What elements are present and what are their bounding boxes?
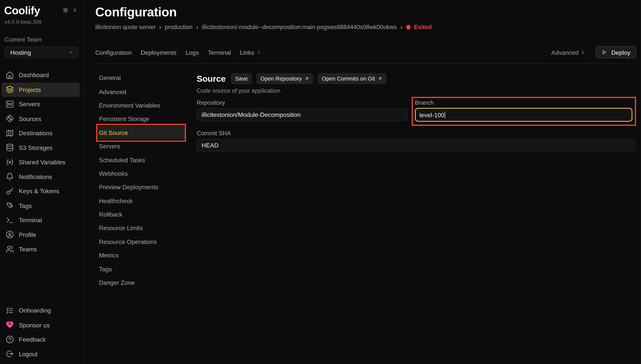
config-subnav: General Advanced Environment Variables P… [95,71,197,289]
deploy-button[interactable]: Deploy [596,46,636,58]
chevron-right-icon: › [400,24,402,30]
commit-sha-input[interactable]: HEAD [197,139,636,152]
tab-logs[interactable]: Logs [186,49,199,56]
open-commits-button[interactable]: Open Commits on Git [318,73,386,84]
subnav-item-environment-variables[interactable]: Environment Variables [95,98,197,112]
team-select-value: Hosting [10,49,68,56]
sidebar-item-label: Servers [19,101,40,108]
sidebar-item-keys-tokens[interactable]: Keys & Tokens [2,184,80,198]
subnav-item-advanced[interactable]: Advanced [95,85,197,98]
sidebar-item-label: Shared Variables [19,159,65,166]
sidebar-item-label: Tags [19,202,32,209]
tab-configuration[interactable]: Configuration [95,49,132,56]
subnav-item-healthcheck[interactable]: Healthcheck [95,194,197,208]
user-circle-icon [6,230,14,238]
open-repository-label: Open Repository [260,76,302,82]
sidebar-item-label: Teams [19,246,37,253]
home-icon [6,71,14,79]
sidebar-item-label: Destinations [19,130,53,136]
sidebar-item-label: Dashboard [19,72,49,79]
subnav-label: Environment Variables [99,102,160,109]
tab-label: Links [240,49,254,56]
subnav-item-metrics[interactable]: Metrics [95,248,197,262]
advanced-dropdown[interactable]: Advanced [551,49,585,56]
sidebar-item-logout[interactable]: Logout [2,347,80,361]
subnav-item-general[interactable]: General [95,71,197,85]
sidebar-item-sources[interactable]: Sources [2,111,80,126]
sidebar-item-feedback[interactable]: Feedback [2,332,80,346]
sidebar-item-label: Onboarding [19,307,51,314]
chevron-right-icon: › [196,24,198,30]
sidebar-item-s3-storages[interactable]: S3 Storages [2,140,80,155]
sidebar-item-label: Projects [19,86,41,93]
sidebar-item-projects[interactable]: Projects [2,82,80,97]
version-selector-icon[interactable] [73,8,77,13]
tags-icon [6,202,14,210]
variable-icon [6,158,14,166]
logout-icon [6,350,14,358]
subnav-label: Rollback [99,211,122,218]
subnav-item-tags[interactable]: Tags [95,262,197,276]
theme-toggle-sun-icon[interactable] [62,7,69,14]
current-team-label: Current Team [5,36,83,43]
commit-sha-label: Commit SHA [197,130,636,136]
sidebar-item-onboarding[interactable]: Onboarding [2,303,80,318]
chevrons-up-down-icon [580,50,585,55]
sidebar-footer-nav: Onboarding Sponsor us Feedback Logout [0,303,83,364]
text-cursor [445,111,445,118]
subnav-item-rollback[interactable]: Rollback [95,208,197,221]
deploy-label: Deploy [611,49,630,56]
tab-terminal[interactable]: Terminal [208,49,231,56]
subnav-label: Preview Deployments [99,184,158,190]
repository-input[interactable]: illicitestonion/Module-Decomposition [197,108,408,121]
repository-field-group: Repository illicitestonion/Module-Decomp… [197,100,408,121]
subnav-item-servers[interactable]: Servers [95,139,197,153]
sidebar-item-label: Logout [19,350,38,358]
subnav-item-git-source[interactable]: Git Source [97,126,185,139]
status-dot-icon [406,24,411,30]
team-select[interactable]: Hosting [5,46,79,58]
subnav-item-resource-operations[interactable]: Resource Operations [95,235,197,248]
tab-links[interactable]: Links [240,49,261,56]
sidebar-item-label: S3 Storages [19,144,53,151]
subnav-label: Healthcheck [99,197,133,204]
sidebar-item-shared-variables[interactable]: Shared Variables [2,155,80,169]
save-button[interactable]: Save [231,73,252,84]
sidebar-item-dashboard[interactable]: Dashboard [2,68,80,82]
subnav-item-resource-limits[interactable]: Resource Limits [95,221,197,235]
sidebar-item-label: Sponsor us [19,322,50,328]
breadcrumb-environment[interactable]: production [165,24,193,30]
git-diamond-icon [6,114,14,123]
sidebar-item-label: Feedback [19,336,46,343]
sidebar-item-notifications[interactable]: Notifications [2,169,80,184]
subnav-item-persistent-storage[interactable]: Persistent Storage [95,112,197,126]
branch-input[interactable]: level-100 [415,108,632,122]
sidebar-item-teams[interactable]: Teams [2,242,80,256]
subnav-label: General [99,74,121,82]
sidebar-item-profile[interactable]: Profile [2,228,80,242]
sidebar-item-destinations[interactable]: Destinations [2,126,80,140]
breadcrumb-application[interactable]: illicitestonion/-module--decomposition:m… [202,24,397,30]
tab-label: Terminal [208,49,231,56]
subnav-item-danger-zone[interactable]: Danger Zone [95,276,197,289]
branch-annotation-box: Branch level-100 [412,97,636,126]
repository-label: Repository [197,100,408,106]
sidebar-item-terminal[interactable]: Terminal [2,213,80,227]
subnav-item-scheduled-tasks[interactable]: Scheduled Tasks [95,153,197,166]
sidebar-item-tags[interactable]: Tags [2,198,80,213]
tab-bar: Configuration Deployments Logs Terminal … [95,46,636,58]
sidebar-item-servers[interactable]: Servers [2,97,80,111]
chevron-right-icon: › [159,24,161,30]
sidebar: Coolify v4.0.0-beta.399 Current Team Hos… [0,0,84,364]
breadcrumb-project[interactable]: illicitonion quote server [95,24,156,30]
breadcrumb: illicitonion quote server › production ›… [95,24,636,30]
subnav-item-webhooks[interactable]: Webhooks [95,166,197,180]
subnav-label: Tags [99,266,112,272]
open-repository-button[interactable]: Open Repository [256,73,313,84]
sidebar-item-sponsor-us[interactable]: Sponsor us [2,318,80,332]
branch-value: level-100 [419,111,444,118]
subnav-item-preview-deployments[interactable]: Preview Deployments [95,180,197,194]
heart-icon [6,321,14,329]
database-icon [6,144,14,152]
tab-deployments[interactable]: Deployments [141,49,176,56]
